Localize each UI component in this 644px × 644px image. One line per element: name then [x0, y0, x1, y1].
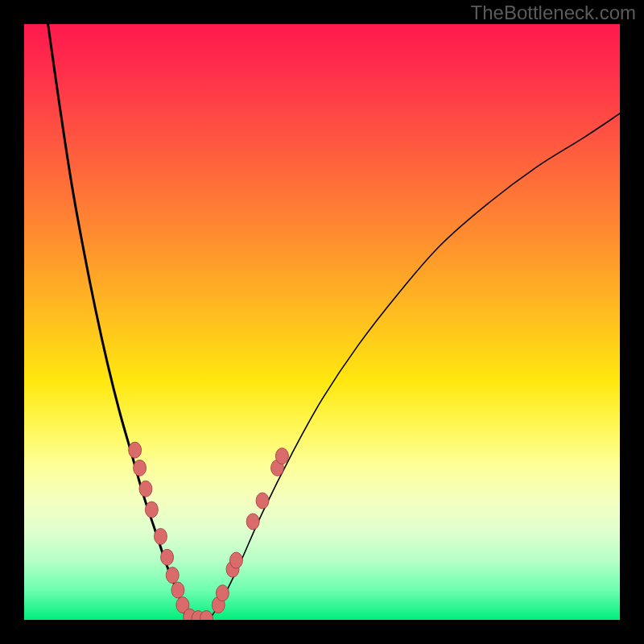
marker-left	[134, 460, 147, 476]
plot-area	[24, 24, 620, 620]
curve-layer	[24, 24, 620, 620]
marker-right	[275, 448, 288, 464]
marker-left	[161, 549, 174, 565]
marker-left	[166, 568, 179, 584]
marker-left	[139, 481, 152, 497]
marker-left	[145, 502, 158, 518]
marker-right	[246, 514, 259, 530]
marker-right	[229, 552, 242, 568]
watermark-text: TheBottleneck.com	[471, 2, 636, 24]
curve-right-branch	[208, 114, 620, 620]
curve-left-branch	[48, 24, 192, 620]
marker-left	[154, 528, 167, 544]
marker-right	[216, 585, 229, 601]
marker-left	[129, 442, 142, 458]
chart-root: TheBottleneck.com	[0, 0, 644, 644]
marker-right	[256, 493, 269, 509]
marker-left	[171, 582, 184, 598]
